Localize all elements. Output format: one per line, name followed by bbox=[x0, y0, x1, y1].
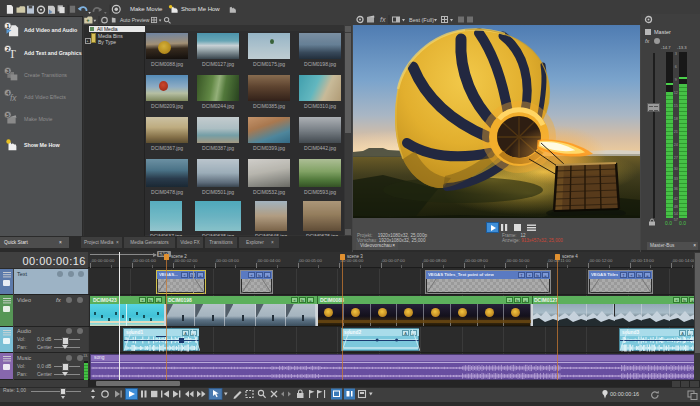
svg-text:fx: fx bbox=[380, 16, 386, 23]
svg-text:+: + bbox=[86, 16, 89, 22]
